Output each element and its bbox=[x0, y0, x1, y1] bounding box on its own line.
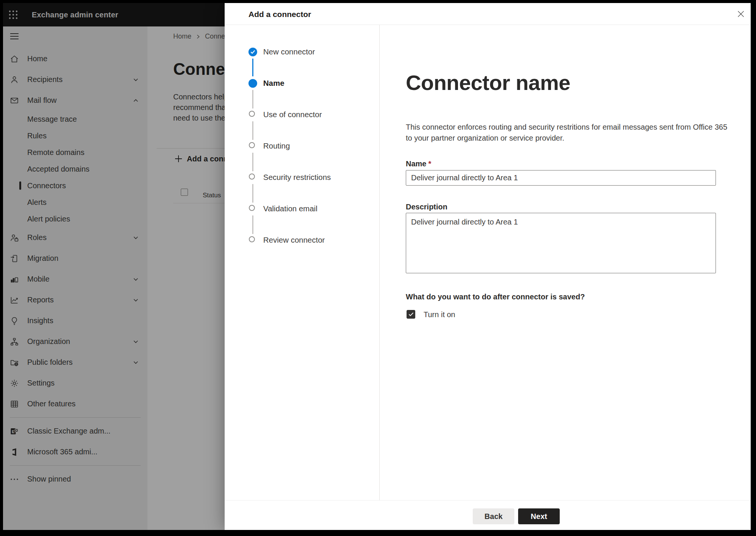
turn-it-on-checkbox[interactable] bbox=[407, 310, 415, 319]
checkmark-icon bbox=[408, 312, 414, 316]
wizard-step-use-of-connector[interactable]: Use of connector bbox=[225, 108, 376, 121]
check-icon bbox=[250, 50, 255, 54]
step-done-circle bbox=[248, 48, 257, 56]
screenshot-frame: Exchange admin center Home Recipients bbox=[0, 0, 756, 536]
step-description: This connector enforces routing and secu… bbox=[406, 122, 727, 144]
turn-it-on-label: Turn it on bbox=[424, 310, 455, 319]
description-field-label: Description bbox=[406, 203, 447, 211]
wizard-step-validation-email[interactable]: Validation email bbox=[225, 202, 376, 215]
step-connector-line-done bbox=[252, 59, 253, 76]
step-todo-circle bbox=[249, 111, 255, 117]
dialog-title: Add a connector bbox=[248, 10, 311, 19]
steps-panel-divider bbox=[379, 25, 380, 500]
footer-divider bbox=[225, 500, 751, 500]
step-connector-line bbox=[252, 215, 253, 234]
step-todo-circle bbox=[249, 174, 255, 180]
close-icon bbox=[737, 10, 745, 18]
name-field-label: Name* bbox=[406, 160, 431, 168]
back-button[interactable]: Back bbox=[473, 508, 514, 524]
step-page-title: Connector name bbox=[406, 70, 570, 95]
wizard-step-routing[interactable]: Routing bbox=[225, 139, 376, 152]
step-active-circle bbox=[248, 79, 257, 88]
header-divider bbox=[225, 25, 751, 25]
wizard-step-new-connector[interactable]: New connector bbox=[225, 45, 376, 58]
step-connector-line bbox=[252, 90, 253, 108]
close-button[interactable] bbox=[734, 8, 747, 20]
add-connector-dialog: Add a connector New connector Name bbox=[225, 3, 751, 530]
wizard-step-name[interactable]: Name bbox=[225, 77, 376, 90]
step-connector-line bbox=[252, 184, 253, 203]
step-connector-line bbox=[252, 153, 253, 171]
connector-description-textarea[interactable]: Deliver journal directly to Area 1 bbox=[406, 213, 716, 273]
step-connector-line bbox=[252, 121, 253, 140]
wizard-step-review-connector[interactable]: Review connector bbox=[225, 234, 376, 246]
step-todo-circle bbox=[249, 205, 255, 211]
wizard-step-security-restrictions[interactable]: Security restrictions bbox=[225, 171, 376, 184]
app-window: Exchange admin center Home Recipients bbox=[3, 3, 751, 530]
step-todo-circle bbox=[249, 142, 255, 148]
step-todo-circle bbox=[249, 236, 255, 242]
required-asterisk: * bbox=[428, 160, 431, 168]
after-save-question: What do you want to do after connector i… bbox=[406, 293, 585, 301]
next-button[interactable]: Next bbox=[518, 508, 560, 524]
connector-name-input[interactable] bbox=[406, 170, 716, 186]
